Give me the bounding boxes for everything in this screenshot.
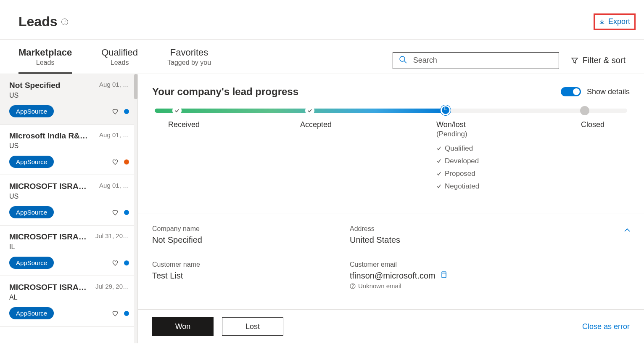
close-as-error-link[interactable]: Close as error <box>582 322 630 331</box>
lead-date: Jul 31, 20… <box>95 232 129 239</box>
lead-date: Aug 01, … <box>99 131 129 138</box>
lead-location: US <box>9 142 129 150</box>
company-name-label: Company name <box>152 225 325 233</box>
status-dot <box>124 260 129 265</box>
tab-marketplace[interactable]: Marketplace Leads <box>18 47 72 74</box>
won-button[interactable]: Won <box>152 317 214 336</box>
search-icon <box>399 56 407 66</box>
collapse-button[interactable] <box>623 226 631 236</box>
tab-label: Qualified <box>101 47 138 58</box>
lead-name: Microsoft India R&… <box>9 131 88 141</box>
lead-name: MICROSOFT ISRAE… <box>9 283 89 292</box>
stage-node-accepted <box>305 106 314 115</box>
address-label: Address <box>350 225 522 233</box>
lost-button[interactable]: Lost <box>222 317 283 336</box>
search-input[interactable] <box>413 56 553 65</box>
lead-date: Aug 01, … <box>99 182 129 189</box>
tabs: Marketplace Leads Qualified Leads Favori… <box>18 47 211 74</box>
heart-icon[interactable] <box>111 158 119 166</box>
source-pill: AppSource <box>9 307 54 319</box>
lead-item[interactable]: MICROSOFT ISRAE… Jul 31, 20… IL AppSourc… <box>0 226 137 276</box>
scrollbar-track <box>134 74 137 343</box>
export-label: Export <box>608 17 630 26</box>
lead-location: IL <box>9 243 129 251</box>
lead-item[interactable]: MICROSOFT ISRAE… Aug 01, … US AppSource <box>0 175 137 226</box>
show-details-toggle-wrap: Show details <box>561 87 630 96</box>
page-title: Leads <box>18 14 57 29</box>
status-dot <box>124 311 129 316</box>
lead-location: US <box>9 92 129 99</box>
source-pill: AppSource <box>9 105 54 117</box>
customer-email-label: Customer email <box>350 261 522 268</box>
stage-node-wonlost: L <box>441 105 451 115</box>
tab-label: Favorites <box>167 47 211 58</box>
status-dot <box>124 109 129 114</box>
tab-sublabel: Tagged by you <box>167 59 211 66</box>
question-icon <box>350 283 356 289</box>
heart-icon[interactable] <box>111 108 119 115</box>
show-details-label: Show details <box>587 88 630 96</box>
scrollbar-thumb[interactable] <box>134 74 137 99</box>
copy-icon[interactable] <box>440 271 447 281</box>
lead-name: MICROSOFT ISRAE… <box>9 232 89 242</box>
lead-date: Aug 01, … <box>99 81 129 88</box>
lead-name: Not Specified <box>9 81 60 90</box>
status-dot <box>124 210 129 215</box>
customer-email-value: tfinson@microsoft.com <box>350 271 435 281</box>
lead-detail: Your company's lead progress Show detail… <box>138 74 644 343</box>
info-icon[interactable]: i <box>61 19 68 25</box>
source-pill: AppSource <box>9 257 54 269</box>
filter-icon <box>571 57 578 64</box>
tab-sublabel: Leads <box>18 59 72 66</box>
lead-location: AL <box>9 294 129 301</box>
export-button[interactable]: Export <box>594 13 636 30</box>
svg-point-0 <box>400 56 405 61</box>
stage-node-closed <box>580 106 589 115</box>
tab-favorites[interactable]: Favorites Tagged by you <box>167 47 211 74</box>
tab-qualified[interactable]: Qualified Leads <box>101 47 138 74</box>
lead-item[interactable]: Not Specified Aug 01, … US AppSource <box>0 74 137 125</box>
search-box[interactable] <box>393 52 559 69</box>
lead-date: Jul 29, 20… <box>95 283 129 290</box>
svg-rect-1 <box>442 273 446 278</box>
action-bar: Won Lost Close as error <box>138 309 644 343</box>
svg-point-3 <box>353 287 353 288</box>
progress-bar: L <box>155 109 627 113</box>
stage-node-received <box>172 106 182 115</box>
lead-name: MICROSOFT ISRAE… <box>9 182 89 191</box>
stage-label-received: Received <box>168 120 200 129</box>
source-pill: AppSource <box>9 156 54 168</box>
checklist-item: Negotiated <box>436 182 479 191</box>
checklist-item: Developed <box>436 157 479 165</box>
stage-label-closed: Closed <box>581 120 604 129</box>
leads-sidebar: Not Specified Aug 01, … US AppSource Mic… <box>0 74 138 343</box>
checklist-item: Qualified <box>436 144 479 153</box>
unknown-email-label: Unknown email <box>358 282 401 289</box>
heart-icon[interactable] <box>111 259 119 267</box>
checklist-item: Proposed <box>436 170 479 178</box>
show-details-toggle[interactable] <box>561 87 581 96</box>
tab-label: Marketplace <box>18 47 72 58</box>
stage-label-wonlost: Won/lost (Pending) QualifiedDevelopedPro… <box>436 120 479 191</box>
heart-icon[interactable] <box>111 310 119 317</box>
filter-label: Filter & sort <box>583 56 626 65</box>
address-value: United States <box>350 235 522 245</box>
source-pill: AppSource <box>9 206 54 218</box>
filter-sort-button[interactable]: Filter & sort <box>571 56 626 65</box>
company-name-value: Not Specified <box>152 235 325 245</box>
page-title-wrap: Leads i <box>18 14 68 29</box>
progress-title: Your company's lead progress <box>152 86 298 98</box>
customer-name-value: Test List <box>152 271 325 281</box>
lead-item[interactable]: Microsoft India R&… Aug 01, … US AppSour… <box>0 125 137 175</box>
stage-label-accepted: Accepted <box>300 120 332 129</box>
tab-sublabel: Leads <box>101 59 138 66</box>
status-dot <box>124 159 129 165</box>
lead-item[interactable]: MICROSOFT ISRAE… Jul 29, 20… AL AppSourc… <box>0 276 137 326</box>
lead-location: US <box>9 193 129 200</box>
download-icon <box>599 19 605 25</box>
heart-icon[interactable] <box>111 209 119 216</box>
customer-name-label: Customer name <box>152 261 325 268</box>
